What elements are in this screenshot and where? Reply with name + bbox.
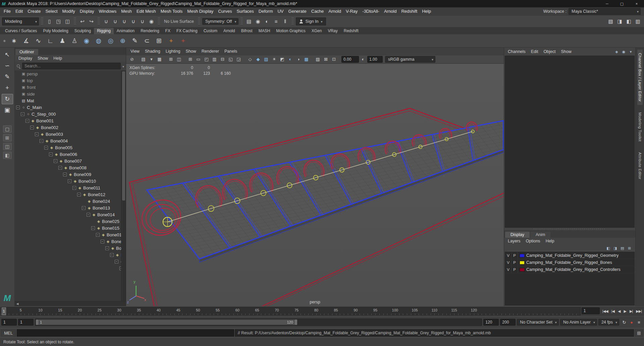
shaded-mode-icon[interactable]: ◆ bbox=[254, 56, 262, 63]
outliner-item[interactable]: ◈ Bone020 bbox=[15, 258, 121, 265]
all-lights-icon[interactable]: ☀ bbox=[270, 56, 278, 63]
playback-range-bar[interactable]: 1 120 bbox=[36, 320, 297, 325]
layer-row[interactable]: V P Camping_Mat_Foldable_Grey_Rigged_Con… bbox=[505, 266, 634, 273]
outliner-item[interactable]: ◈ Bone015 bbox=[15, 225, 121, 231]
expander-icon[interactable] bbox=[77, 193, 81, 196]
menu-item[interactable]: Arnold bbox=[326, 7, 343, 15]
script-editor-icon[interactable] bbox=[635, 329, 643, 337]
expander-icon[interactable] bbox=[91, 226, 95, 230]
occlusion-icon[interactable]: ◐ bbox=[286, 56, 294, 63]
expander-icon[interactable] bbox=[58, 166, 62, 170]
paint-skin-weights-icon[interactable]: ✎ bbox=[129, 35, 141, 47]
outliner-title[interactable]: Outliner bbox=[15, 49, 38, 55]
safe-action-icon[interactable]: ◱ bbox=[227, 56, 234, 63]
outliner-item[interactable]: ◈ Bone009 bbox=[15, 171, 121, 178]
panel-splitter[interactable] bbox=[504, 228, 635, 230]
outliner-item[interactable]: ◈ Bone019 bbox=[15, 251, 121, 258]
outliner-item[interactable]: ◈ Bone013 bbox=[15, 205, 121, 211]
viewport-menu[interactable]: Show bbox=[183, 49, 199, 54]
status-group-divider[interactable] bbox=[98, 17, 100, 25]
shelf-tab[interactable]: Arnold bbox=[220, 28, 238, 34]
anim-layer-select[interactable]: No Anim Layer bbox=[560, 319, 597, 326]
viewport-menu[interactable]: Shading bbox=[143, 49, 163, 54]
expander-icon[interactable] bbox=[105, 246, 109, 250]
contrast-icon[interactable]: ◐ bbox=[359, 56, 367, 63]
outliner-search-input[interactable] bbox=[22, 63, 121, 69]
layer-visibility-toggle[interactable]: V bbox=[505, 266, 512, 273]
channel-box-speed-icon[interactable]: ◉ bbox=[621, 49, 627, 55]
interactive-bind-icon[interactable]: ◎ bbox=[105, 35, 116, 47]
layer-row[interactable]: V P Camping_Mat_Foldable_Grey_Rigged_Geo… bbox=[505, 252, 634, 259]
layer-color-swatch[interactable] bbox=[520, 261, 525, 265]
menu-item[interactable]: Arnold bbox=[382, 7, 399, 15]
xray-icon[interactable]: ▨ bbox=[314, 56, 322, 63]
layer-editor-menu[interactable]: Options bbox=[524, 239, 543, 243]
menu-item[interactable]: Deform bbox=[256, 7, 275, 15]
expander-icon[interactable] bbox=[44, 146, 48, 150]
redo-icon[interactable]: ↪ bbox=[87, 17, 96, 25]
playback-loop-icon[interactable]: ↻ bbox=[621, 318, 628, 327]
viewport-menu[interactable]: Renderer bbox=[199, 49, 221, 54]
auto-keyframe-icon[interactable]: ● bbox=[628, 318, 635, 327]
outliner-item[interactable]: ◈ Bone002 bbox=[15, 124, 121, 131]
outliner-item[interactable]: ◈ Bone001 bbox=[15, 117, 121, 124]
viewport-menu[interactable]: Panels bbox=[222, 49, 239, 54]
playback-start-field[interactable] bbox=[18, 319, 34, 326]
resolution-gate-icon[interactable]: ◰ bbox=[203, 56, 210, 63]
outliner-item[interactable]: ◈ Bone025 bbox=[15, 218, 121, 225]
expander-icon[interactable] bbox=[72, 186, 76, 190]
geodesic-voxel-bind-icon[interactable]: ⊕ bbox=[117, 35, 128, 47]
menuset-select[interactable]: Modeling bbox=[2, 17, 39, 25]
expander-icon[interactable] bbox=[16, 106, 20, 109]
layer-playback-toggle[interactable]: P bbox=[512, 259, 518, 266]
go-to-start-button[interactable]: |◀◀ bbox=[601, 309, 610, 313]
channel-box-menu[interactable]: Show bbox=[559, 49, 574, 54]
create-empty-layer-icon[interactable]: ▤ bbox=[619, 245, 626, 251]
expander-icon[interactable] bbox=[25, 119, 29, 123]
menu-item[interactable]: -3DtoAll- bbox=[360, 7, 382, 15]
make-live-icon[interactable]: ◉ bbox=[147, 17, 156, 25]
shelf-tab[interactable]: Bifrost bbox=[238, 28, 256, 34]
playback-end-field[interactable] bbox=[483, 319, 499, 326]
textured-mode-icon[interactable]: ▧ bbox=[262, 56, 270, 63]
expander-icon[interactable] bbox=[30, 126, 34, 129]
snap-to-projected-center-icon[interactable]: ∪ bbox=[129, 17, 138, 25]
lattice-icon[interactable]: ⊞ bbox=[153, 35, 165, 47]
layer-playback-toggle[interactable]: P bbox=[512, 252, 518, 259]
layer-editor-menu[interactable]: Help bbox=[543, 239, 557, 243]
multisample-icon[interactable]: ▩ bbox=[303, 56, 310, 63]
paint-select-tool[interactable]: ✎ bbox=[2, 72, 13, 82]
expander-icon[interactable] bbox=[115, 260, 118, 264]
outliner-item[interactable]: ▣ persp bbox=[15, 70, 121, 77]
lasso-select-tool[interactable]: ∽ bbox=[2, 61, 13, 71]
status-group-divider[interactable] bbox=[291, 17, 294, 25]
layer-row[interactable]: V P Camping_Mat_Foldable_Grey_Rigged_Bon… bbox=[505, 259, 634, 266]
layout-four-pane-button[interactable]: ⊞ bbox=[3, 134, 12, 141]
outliner-hscrollbar[interactable] bbox=[15, 301, 126, 306]
step-forward-frame-button[interactable]: ▶| bbox=[628, 309, 634, 313]
quick-rig-icon[interactable]: ◉ bbox=[81, 35, 92, 47]
play-forward-button[interactable]: ▶ bbox=[622, 309, 628, 313]
hypershade-toggle-icon[interactable]: ◨ bbox=[615, 17, 624, 25]
outliner-item[interactable]: ◈ Bone006 bbox=[15, 151, 121, 158]
open-scene-icon[interactable]: ◳ bbox=[54, 17, 63, 25]
shelf-tab[interactable]: Rendering bbox=[138, 28, 162, 34]
menu-item[interactable]: Curves bbox=[216, 7, 234, 15]
channel-box-menu[interactable]: Edit bbox=[529, 49, 541, 54]
render-settings-icon[interactable]: ≡ bbox=[272, 17, 280, 25]
side-panel-tab[interactable]: Attribute Editor bbox=[637, 149, 643, 183]
menu-item[interactable]: Mesh Display bbox=[185, 7, 216, 15]
side-panel-tab[interactable]: Modeling Toolkit bbox=[637, 109, 643, 145]
ik-spline-tool-icon[interactable]: ∿ bbox=[33, 35, 44, 47]
safe-title-icon[interactable]: ◲ bbox=[235, 56, 243, 63]
scrollbar-thumb[interactable] bbox=[122, 71, 125, 200]
menu-item[interactable]: Select bbox=[43, 7, 60, 15]
menu-item[interactable]: Display bbox=[77, 7, 97, 15]
layout-outliner-persp-button[interactable]: ◧ bbox=[3, 152, 12, 159]
outliner-item[interactable]: ◈ Bone010 bbox=[15, 178, 121, 184]
shelf-tab[interactable]: FX Caching bbox=[173, 28, 201, 34]
outliner-item[interactable]: ◈ Bone024 bbox=[15, 198, 121, 205]
snap-to-grid-icon[interactable]: ∪ bbox=[102, 17, 110, 25]
layout-two-pane-button[interactable]: ◫ bbox=[3, 143, 12, 150]
animation-start-field[interactable] bbox=[1, 319, 17, 326]
